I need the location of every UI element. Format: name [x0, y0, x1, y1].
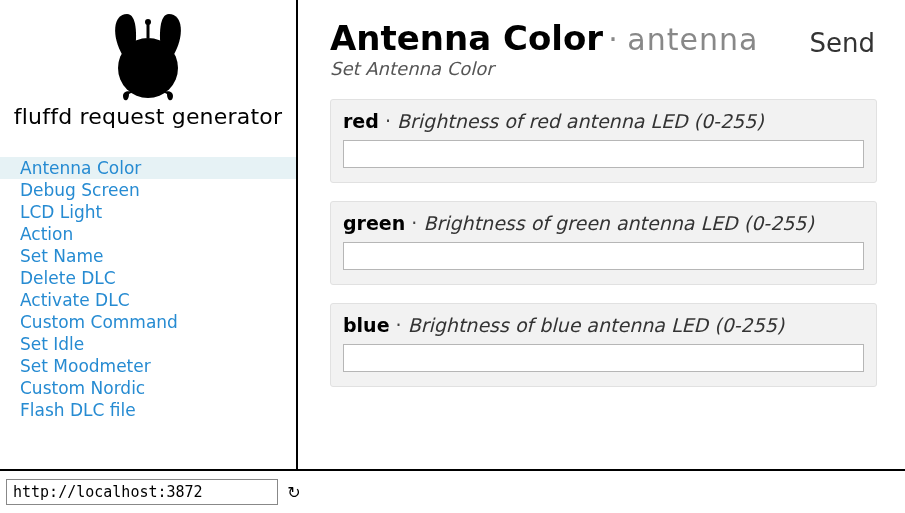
- sidebar-item-set-name[interactable]: Set Name: [0, 245, 296, 267]
- sidebar-item-set-moodmeter[interactable]: Set Moodmeter: [0, 355, 296, 377]
- param-desc: Brightness of red antenna LED (0-255): [397, 110, 764, 132]
- param-label: red · Brightness of red antenna LED (0-2…: [343, 110, 864, 132]
- app-title: fluffd request generator: [0, 104, 296, 129]
- param-separator: ·: [405, 212, 423, 234]
- sidebar-item-activate-dlc[interactable]: Activate DLC: [0, 289, 296, 311]
- sidebar-item-antenna-color[interactable]: Antenna Color: [0, 157, 296, 179]
- server-url-input[interactable]: [6, 479, 278, 505]
- reload-icon[interactable]: ↻: [284, 482, 304, 502]
- param-input-red[interactable]: [343, 140, 864, 168]
- svg-rect-2: [147, 24, 150, 38]
- sidebar-item-flash-dlc-file[interactable]: Flash DLC file: [0, 399, 296, 421]
- param-label: blue · Brightness of blue antenna LED (0…: [343, 314, 864, 336]
- param-desc: Brightness of blue antenna LED (0-255): [408, 314, 785, 336]
- sidebar-item-lcd-light[interactable]: LCD Light: [0, 201, 296, 223]
- param-name: blue: [343, 314, 390, 336]
- sidebar-item-set-idle[interactable]: Set Idle: [0, 333, 296, 355]
- param-name: red: [343, 110, 379, 132]
- sidebar-item-delete-dlc[interactable]: Delete DLC: [0, 267, 296, 289]
- nav-list: Antenna ColorDebug ScreenLCD LightAction…: [0, 157, 296, 421]
- param-desc: Brightness of green antenna LED (0-255): [423, 212, 813, 234]
- param-input-blue[interactable]: [343, 344, 864, 372]
- sidebar-item-custom-command[interactable]: Custom Command: [0, 311, 296, 333]
- param-input-green[interactable]: [343, 242, 864, 270]
- param-separator: ·: [390, 314, 408, 336]
- param-green: green · Brightness of green antenna LED …: [330, 201, 877, 285]
- param-label: green · Brightness of green antenna LED …: [343, 212, 864, 234]
- logo-area: fluffd request generator: [0, 0, 296, 135]
- page-subtitle: antenna: [627, 22, 758, 57]
- page-heading: Antenna Color · antenna: [330, 18, 758, 58]
- sidebar-item-debug-screen[interactable]: Debug Screen: [0, 179, 296, 201]
- bottombar: ↻: [0, 469, 905, 513]
- sidebar-item-custom-nordic[interactable]: Custom Nordic: [0, 377, 296, 399]
- page-title: Antenna Color: [330, 18, 603, 58]
- params-list: red · Brightness of red antenna LED (0-2…: [330, 99, 877, 387]
- page-description: Set Antenna Color: [330, 58, 758, 79]
- main-panel: Antenna Color · antenna Set Antenna Colo…: [298, 0, 905, 469]
- sidebar-item-action[interactable]: Action: [0, 223, 296, 245]
- furby-logo-icon: [93, 6, 203, 106]
- param-red: red · Brightness of red antenna LED (0-2…: [330, 99, 877, 183]
- param-name: green: [343, 212, 405, 234]
- sidebar: fluffd request generator Antenna ColorDe…: [0, 0, 298, 469]
- param-blue: blue · Brightness of blue antenna LED (0…: [330, 303, 877, 387]
- param-separator: ·: [379, 110, 397, 132]
- title-separator: ·: [608, 22, 627, 57]
- send-button[interactable]: Send: [810, 18, 877, 58]
